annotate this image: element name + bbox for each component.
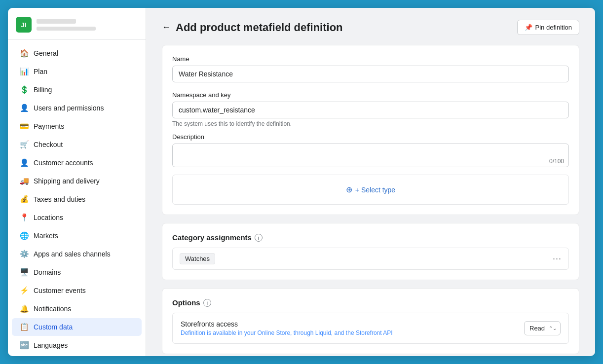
nav-label-payments: Payments [34,122,64,130]
nav-icon-markets: 🌐 [20,231,29,240]
nav-icon-billing: 💲 [20,85,29,94]
name-label: Name [172,55,569,63]
nav-label-markets: Markets [34,232,58,240]
storefronts-info: Storefronts access Definition is availab… [181,320,393,336]
nav-icon-custom-data: 📋 [20,323,29,331]
description-wrap: 0/100 [172,144,569,169]
storefronts-title: Storefronts access [181,320,393,328]
nav-list: 🏠General📊Plan💲Billing👤Users and permissi… [8,40,146,356]
store-url [37,27,96,31]
char-count: 0/100 [549,158,564,165]
nav-label-billing: Billing [34,86,52,94]
avatar: JI [16,17,32,33]
main-content: ← Add product metafield definition 📌 Pin… [146,8,595,356]
sidebar-item-billing[interactable]: 💲Billing [12,81,142,99]
pin-icon: 📌 [525,24,532,31]
sidebar-item-languages[interactable]: 🔤Languages [12,336,142,354]
back-button[interactable]: ← [162,22,171,33]
storefronts-row: Storefronts access Definition is availab… [172,313,569,344]
read-select[interactable]: ReadWriteNone [524,321,561,335]
options-title: Options i [172,298,569,307]
sidebar-item-customer-events[interactable]: ⚡Customer events [12,282,142,299]
nav-icon-taxes: 💰 [20,195,29,204]
category-info-icon[interactable]: i [255,234,263,242]
app-window: JI 🏠General📊Plan💲Billing👤Users and permi… [8,8,595,356]
nav-label-shipping: Shipping and delivery [34,177,100,185]
nav-label-apps: Apps and sales channels [34,250,111,258]
sidebar: JI 🏠General📊Plan💲Billing👤Users and permi… [8,8,146,356]
options-info-icon[interactable]: i [203,299,211,307]
nav-label-locations: Locations [34,214,63,221]
nav-icon-general: 🏠 [20,49,29,58]
options-card: Options i Storefronts access Definition … [162,288,579,354]
sidebar-item-apps[interactable]: ⚙️Apps and sales channels [12,245,142,263]
sidebar-item-markets[interactable]: 🌐Markets [12,227,142,245]
store-name [37,19,76,24]
nav-label-customer-accounts: Customer accounts [34,159,93,167]
nav-label-users: Users and permissions [34,104,104,112]
watches-badge: Watches [180,253,215,264]
nav-icon-apps: ⚙️ [20,250,29,258]
select-type-button[interactable]: ⊕ + Select type [172,175,569,205]
select-type-label: + Select type [355,186,395,194]
nav-icon-plan: 📊 [20,67,29,76]
page-header: ← Add product metafield definition 📌 Pin… [162,20,579,35]
nav-icon-checkout: 🛒 [20,140,29,149]
nav-icon-shipping: 🚚 [20,177,29,185]
sidebar-item-notifications[interactable]: 🔔Notifications [12,300,142,318]
namespace-input[interactable] [172,102,569,118]
namespace-label: Namespace and key [172,91,569,99]
nav-label-checkout: Checkout [34,141,63,148]
name-input[interactable] [172,66,569,82]
nav-label-languages: Languages [34,341,68,349]
nav-label-customer-events: Customer events [34,287,86,294]
category-row: Watches ··· [172,248,569,270]
nav-label-taxes: Taxes and duties [34,195,85,203]
sidebar-item-plan[interactable]: 📊Plan [12,63,142,80]
nav-icon-domains: 🖥️ [20,268,29,277]
sidebar-item-domains[interactable]: 🖥️Domains [12,263,142,281]
sidebar-item-payments[interactable]: 💳Payments [12,117,142,135]
sidebar-item-users[interactable]: 👤Users and permissions [12,99,142,117]
sidebar-header: JI [8,8,146,40]
sidebar-item-customer-accounts[interactable]: 👤Customer accounts [12,154,142,172]
select-type-plus-icon: ⊕ [346,185,352,194]
page-title-row: ← Add product metafield definition [162,21,343,34]
nav-icon-customer-events: ⚡ [20,286,29,295]
sidebar-item-checkout[interactable]: 🛒Checkout [12,136,142,153]
sidebar-item-locations[interactable]: 📍Locations [12,209,142,226]
nav-icon-users: 👤 [20,104,29,112]
read-select-wrap: ReadWriteNone [524,321,561,335]
nav-icon-payments: 💳 [20,122,29,131]
sidebar-item-customer-privacy[interactable]: 🔒Customer privacy [12,355,142,356]
namespace-helper: The system uses this to identify the def… [172,120,569,127]
nav-label-general: General [34,49,58,57]
description-label: Description [172,133,569,141]
nav-label-custom-data: Custom data [34,323,73,331]
storefronts-desc: Definition is available in your Online S… [181,329,393,336]
nav-icon-customer-accounts: 👤 [20,158,29,167]
nav-label-domains: Domains [34,268,61,276]
form-card: Name Namespace and key The system uses t… [162,45,579,215]
nav-label-notifications: Notifications [34,305,71,313]
nav-label-plan: Plan [34,68,47,75]
nav-icon-locations: 📍 [20,213,29,222]
sidebar-item-taxes[interactable]: 💰Taxes and duties [12,190,142,208]
category-title: Category assignments i [172,233,569,242]
page-title: Add product metafield definition [176,21,343,34]
more-options-icon[interactable]: ··· [553,254,562,264]
nav-icon-languages: 🔤 [20,341,29,350]
pin-label: Pin definition [535,24,572,31]
sidebar-item-shipping[interactable]: 🚚Shipping and delivery [12,172,142,190]
sidebar-item-custom-data[interactable]: 📋Custom data [12,318,142,336]
category-card: Category assignments i Watches ··· [162,223,579,280]
nav-icon-notifications: 🔔 [20,304,29,313]
sidebar-item-general[interactable]: 🏠General [12,44,142,62]
description-input[interactable] [172,144,569,167]
pin-definition-button[interactable]: 📌 Pin definition [517,20,579,35]
store-info [37,19,96,31]
